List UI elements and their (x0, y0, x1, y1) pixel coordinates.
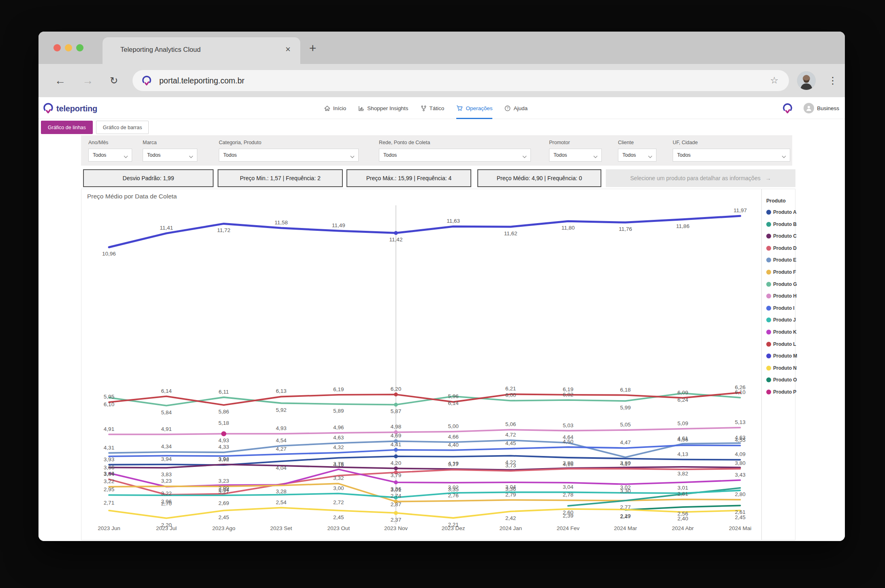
data-point-produto-p[interactable] (221, 431, 226, 436)
legend-item-produto-c[interactable]: Produto C (766, 233, 797, 239)
zoom-window-button[interactable] (76, 44, 83, 51)
legend-item-produto-m[interactable]: Produto M (766, 353, 797, 359)
browser-profile-avatar[interactable] (797, 71, 816, 90)
filter-select-cliente[interactable]: Todos (618, 149, 656, 162)
minimize-window-button[interactable] (65, 44, 72, 51)
chevron-down-icon (648, 154, 652, 160)
legend-item-produto-g[interactable]: Produto G (766, 281, 797, 287)
filter-value: Todos (147, 152, 160, 158)
chevron-down-icon (593, 154, 598, 160)
data-label: 10,96 (102, 251, 116, 257)
select-product-hint: Selecione um produto para detalhar as in… (606, 169, 795, 187)
data-label: 2,45 (333, 514, 344, 520)
filter-value: Todos (554, 152, 567, 158)
filter-select-ano-m-s[interactable]: Todos (88, 149, 132, 162)
legend-title: Produto (766, 198, 795, 204)
series-line-produto-k[interactable] (109, 469, 740, 487)
data-label: 3,80 (620, 460, 631, 466)
account-avatar-icon (804, 103, 814, 113)
browser-tab[interactable]: Teleporting Analytics Cloud × (103, 37, 300, 64)
legend-item-produto-k[interactable]: Produto K (766, 329, 797, 335)
filter-value: Todos (622, 152, 636, 158)
forward-button[interactable]: → (82, 64, 93, 97)
branch-icon (421, 105, 427, 111)
legend-label: Produto K (773, 329, 797, 335)
filter-select-rede-ponto-de-coleta[interactable]: Todos (379, 149, 531, 162)
data-label: 4,63 (333, 435, 344, 441)
nav-item-tático[interactable]: Tático (421, 97, 445, 119)
x-axis-tick-label: 2023 Jun (98, 525, 120, 531)
select-product-hint-text: Selecione um produto para detalhar as in… (630, 175, 760, 181)
legend-color-dot (766, 234, 771, 239)
app-logo[interactable]: teleporting (43, 102, 97, 116)
account-badge[interactable]: Business (804, 103, 839, 113)
legend-item-produto-i[interactable]: Produto I (766, 305, 795, 311)
legend-item-produto-h[interactable]: Produto H (766, 293, 797, 299)
data-label: 6,10 (104, 401, 114, 407)
data-label: 5,86 (218, 409, 229, 415)
back-button[interactable]: ← (55, 64, 66, 97)
legend-item-produto-a[interactable]: Produto A (766, 209, 797, 215)
filter-select-marca[interactable]: Todos (143, 149, 197, 162)
browser-menu-icon[interactable]: ⋮ (828, 64, 838, 97)
series-line-produto-i[interactable] (109, 445, 740, 456)
bookmark-star-icon[interactable]: ☆ (770, 75, 778, 86)
legend-item-produto-b[interactable]: Produto B (766, 222, 797, 227)
data-label: 2,69 (218, 500, 229, 506)
legend-item-produto-n[interactable]: Produto N (766, 365, 797, 371)
view-tab-gráfico-de-barras[interactable]: Gráfico de barras (96, 121, 149, 134)
filter-select-promotor[interactable]: Todos (549, 149, 602, 162)
legend-color-dot (766, 342, 771, 347)
legend-label: Produto C (773, 233, 797, 239)
nav-item-ajuda[interactable]: ?Ajuda (504, 97, 528, 119)
address-bar[interactable]: portal.teleporting.com.br ☆ (133, 70, 789, 91)
filter-label: Promotor (549, 140, 570, 145)
legend-label: Produto E (773, 257, 796, 263)
legend-item-produto-j[interactable]: Produto J (766, 317, 796, 323)
x-axis-tick-label: 2024 Abr (672, 525, 694, 531)
series-line-produto-h[interactable] (109, 428, 740, 435)
legend-item-produto-e[interactable]: Produto E (766, 257, 796, 263)
series-line-produto-d[interactable] (109, 469, 740, 495)
chevron-down-icon (189, 154, 193, 160)
data-label: 5,00 (448, 423, 458, 429)
data-label: 2,77 (620, 504, 631, 510)
legend-item-produto-f[interactable]: Produto F (766, 269, 796, 275)
legend-item-produto-o[interactable]: Produto O (766, 377, 797, 383)
close-window-button[interactable] (53, 44, 61, 51)
series-line-produto-g[interactable] (109, 393, 740, 406)
nav-item-início[interactable]: Início (324, 97, 346, 119)
filter-select-uf-cidade[interactable]: Todos (673, 149, 790, 162)
legend-color-dot (766, 222, 771, 227)
data-label: 6,18 (620, 387, 631, 393)
filter-select-categoria-produto[interactable]: Todos (219, 149, 359, 162)
data-label: 3,02 (448, 484, 458, 490)
svg-text:?: ? (507, 106, 509, 110)
series-line-produto-b[interactable] (568, 488, 740, 506)
x-axis-tick-label: 2023 Nov (384, 525, 408, 531)
legend-label: Produto H (773, 293, 797, 299)
series-line-produto-e[interactable] (109, 440, 740, 457)
series-line-produto-m[interactable] (109, 216, 740, 247)
data-label: 2,39 (563, 513, 573, 519)
line-chart[interactable]: 4,914,914,934,964,985,005,065,035,055,09… (81, 189, 762, 541)
view-tab-gráfico-de-linhas[interactable]: Gráfico de linhas (41, 121, 93, 134)
new-tab-button[interactable]: + (309, 41, 316, 55)
x-axis-tick-label: 2023 Dez (442, 525, 465, 531)
tab-close-icon[interactable]: × (285, 44, 291, 55)
data-label: 3,28 (276, 488, 286, 494)
data-label: 4,91 (104, 426, 114, 432)
reload-button[interactable]: ↻ (110, 64, 118, 97)
legend-item-produto-d[interactable]: Produto D (766, 245, 797, 251)
legend-item-produto-l[interactable]: Produto L (766, 341, 796, 347)
data-label: 5,03 (563, 422, 573, 428)
nav-item-shopper-insights[interactable]: Shopper Insights (358, 97, 408, 119)
data-label: 6,11 (219, 389, 229, 395)
nav-item-operações[interactable]: Operações (456, 97, 492, 119)
data-label: 6,19 (563, 386, 573, 392)
series-line-produto-a[interactable] (109, 456, 740, 465)
legend-item-produto-p[interactable]: Produto P (766, 389, 796, 395)
data-label: 3,32 (333, 475, 344, 481)
series-line-produto-o[interactable] (625, 505, 740, 510)
legend-color-dot (766, 377, 771, 382)
